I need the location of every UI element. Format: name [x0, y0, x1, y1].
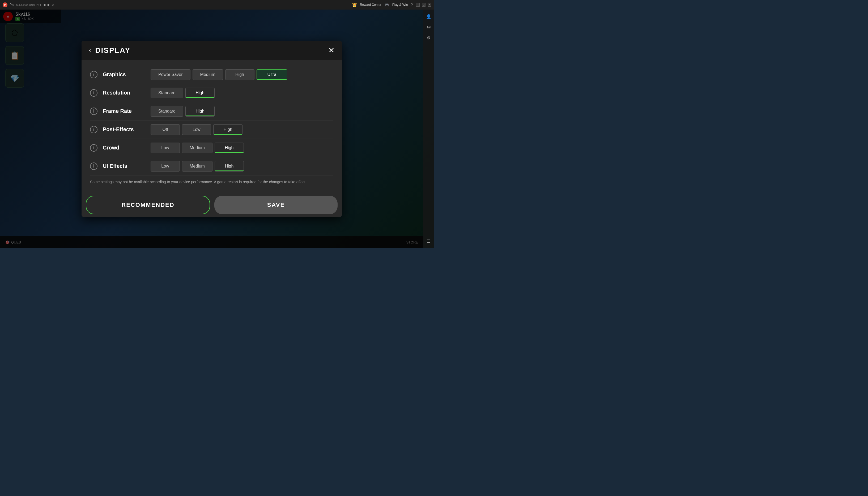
dialog-body: i Graphics Power Saver Medium High Ultra…	[81, 60, 342, 193]
graphics-medium-button[interactable]: Medium	[192, 69, 223, 80]
resolution-standard-button[interactable]: Standard	[151, 88, 183, 98]
post-effects-high-button[interactable]: High	[213, 124, 243, 135]
graphics-power-saver-button[interactable]: Power Saver	[151, 69, 190, 80]
resolution-label: Resolution	[103, 90, 145, 96]
crowd-high-button[interactable]: High	[215, 143, 244, 153]
dialog-close-button[interactable]: ✕	[328, 47, 335, 54]
resolution-options: Standard High	[151, 88, 334, 98]
post-effects-info-icon[interactable]: i	[90, 126, 97, 133]
graphics-info-icon[interactable]: i	[90, 71, 97, 78]
resolution-high-button[interactable]: High	[185, 88, 215, 98]
crowd-low-button[interactable]: Low	[151, 143, 180, 153]
nav-home-icon[interactable]: ⌂	[52, 3, 54, 6]
crowd-label: Crowd	[103, 145, 145, 151]
reward-center-icon: 👑	[352, 3, 357, 7]
post-effects-low-button[interactable]: Low	[182, 124, 211, 135]
play-win-icon: 🎮	[385, 3, 389, 7]
minimize-button[interactable]: —	[416, 3, 420, 6]
nav-back-icon[interactable]: ◀	[43, 3, 45, 6]
frame-rate-standard-button[interactable]: Standard	[151, 106, 183, 117]
post-effects-label: Post-Effects	[103, 126, 145, 133]
ui-effects-row: i UI Effects Low Medium High	[90, 157, 334, 175]
sidebar-settings-icon[interactable]: ⚙	[424, 33, 433, 42]
frame-rate-info-icon[interactable]: i	[90, 108, 97, 115]
graphics-options: Power Saver Medium High Ultra	[151, 69, 334, 80]
dialog-header: ‹ DISPLAY ✕	[81, 41, 342, 60]
notice-text: Some settings may not be available accor…	[90, 175, 334, 187]
ui-effects-medium-button[interactable]: Medium	[182, 161, 213, 172]
display-dialog: ‹ DISPLAY ✕ i Graphics Power Saver Mediu…	[81, 41, 342, 217]
dialog-back-button[interactable]: ‹	[89, 47, 91, 54]
top-bar: P Pie 5.13.100.1019 P64 ◀ ▶ ⌂ 👑 Reward C…	[0, 0, 434, 10]
ui-effects-high-button[interactable]: High	[215, 161, 244, 172]
post-effects-off-button[interactable]: Off	[151, 124, 180, 135]
crowd-options: Low Medium High	[151, 143, 334, 153]
frame-rate-label: Frame Rate	[103, 108, 145, 114]
graphics-row: i Graphics Power Saver Medium High Ultra	[90, 66, 334, 84]
recommended-button[interactable]: RECOMMENDED	[86, 196, 210, 214]
app-icon: P	[3, 2, 7, 7]
crowd-medium-button[interactable]: Medium	[182, 143, 213, 153]
frame-rate-high-button[interactable]: High	[185, 106, 215, 117]
sidebar-mail-icon[interactable]: ✉	[424, 23, 433, 31]
post-effects-row: i Post-Effects Off Low High	[90, 121, 334, 139]
close-button[interactable]: ✕	[428, 3, 431, 6]
app-version: 5.13.100.1019 P64	[16, 3, 41, 6]
crowd-row: i Crowd Low Medium High	[90, 139, 334, 157]
post-effects-options: Off Low High	[151, 124, 334, 135]
resolution-info-icon[interactable]: i	[90, 89, 97, 97]
graphics-ultra-button[interactable]: Ultra	[257, 69, 288, 80]
sidebar-profile-icon[interactable]: 👤	[424, 12, 433, 21]
save-button[interactable]: SAVE	[214, 196, 338, 214]
maximize-button[interactable]: □	[422, 3, 425, 6]
app-title: Pie	[10, 3, 14, 6]
graphics-label: Graphics	[103, 72, 145, 78]
frame-rate-options: Standard High	[151, 106, 334, 117]
reward-center-label[interactable]: Reward Center	[360, 3, 382, 6]
ui-effects-low-button[interactable]: Low	[151, 161, 180, 172]
dialog-overlay: ‹ DISPLAY ✕ i Graphics Power Saver Mediu…	[0, 10, 423, 248]
dialog-footer: RECOMMENDED SAVE	[81, 193, 342, 217]
sidebar-menu-icon[interactable]: ☰	[424, 237, 433, 245]
resolution-row: i Resolution Standard High	[90, 84, 334, 102]
ui-effects-info-icon[interactable]: i	[90, 162, 97, 170]
nav-forward-icon[interactable]: ▶	[48, 3, 50, 6]
frame-rate-row: i Frame Rate Standard High	[90, 102, 334, 121]
graphics-high-button[interactable]: High	[225, 69, 254, 80]
crowd-info-icon[interactable]: i	[90, 144, 97, 152]
dialog-title: DISPLAY	[95, 46, 130, 55]
right-sidebar: 👤 ✉ ⚙ ☰	[423, 10, 434, 248]
play-win-label[interactable]: Play & Win	[392, 3, 408, 6]
ui-effects-options: Low Medium High	[151, 161, 334, 172]
help-icon[interactable]: ?	[411, 3, 413, 6]
ui-effects-label: UI Effects	[103, 163, 145, 169]
